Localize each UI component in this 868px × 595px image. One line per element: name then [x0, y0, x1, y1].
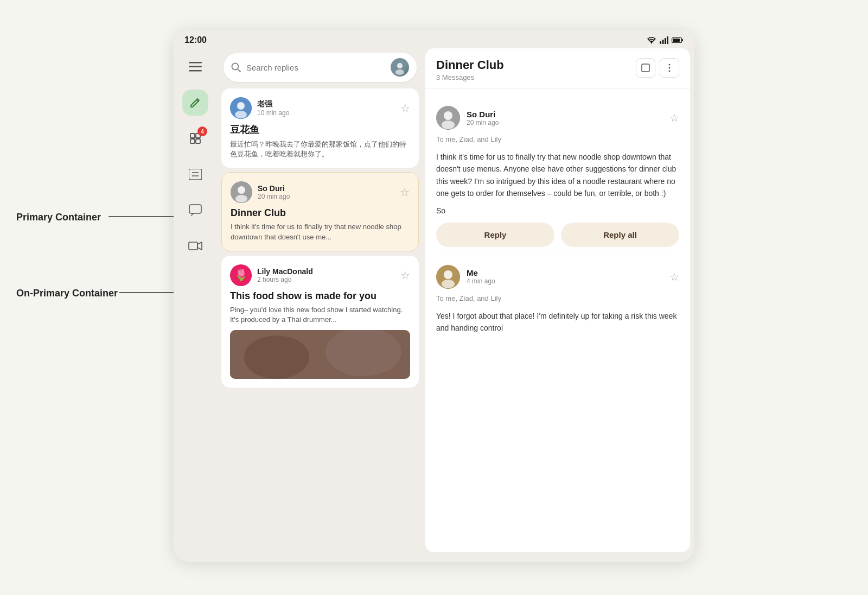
- star-button-3[interactable]: ☆: [400, 269, 410, 282]
- sidebar-icon-notifications[interactable]: 4: [182, 125, 208, 151]
- sender-row-2: So Duri 20 min ago: [231, 181, 290, 203]
- svg-rect-7: [673, 39, 680, 42]
- svg-point-37: [669, 67, 671, 69]
- search-icon: [231, 62, 241, 72]
- more-options-button[interactable]: [660, 58, 679, 78]
- search-input[interactable]: [246, 63, 385, 72]
- avatar-lily: 🌷: [230, 264, 252, 286]
- star-button-1[interactable]: ☆: [400, 102, 410, 115]
- email-preview-3: Ping– you'd love this new food show I st…: [230, 305, 410, 325]
- svg-rect-35: [642, 64, 649, 72]
- msg-star-button-1[interactable]: ☆: [669, 111, 679, 124]
- more-icon: [668, 64, 671, 72]
- sidebar-icon-compose[interactable]: [182, 90, 208, 116]
- chat-icon: [189, 204, 202, 216]
- email-card-laozhi[interactable]: 老强 10 min ago ☆ 豆花鱼 最近忙吗？昨晚我去了你最爱的那家饭馆，点…: [221, 88, 419, 168]
- card-header-1: 老强 10 min ago ☆: [230, 97, 410, 119]
- card-header-2: So Duri 20 min ago ☆: [231, 181, 410, 203]
- search-bar[interactable]: [224, 53, 417, 82]
- msg-avatar-me: [436, 265, 460, 289]
- svg-point-38: [669, 71, 671, 72]
- email-list-panel: 老强 10 min ago ☆ 豆花鱼 最近忙吗？昨晚我去了你最爱的那家饭馆，点…: [217, 48, 423, 556]
- svg-line-21: [238, 69, 240, 72]
- svg-rect-14: [196, 139, 200, 143]
- sender-info-1: 老强 10 min ago: [257, 99, 289, 117]
- svg-rect-6: [682, 39, 684, 41]
- email-preview-1: 最近忙吗？昨晚我去了你最爱的那家饭馆，点了他们的特色豆花鱼，吃着吃着就想你了。: [230, 140, 410, 159]
- sender-name-2: So Duri: [258, 184, 290, 193]
- notification-badge: 4: [197, 126, 207, 136]
- email-subject-2: Dinner Club: [231, 207, 410, 219]
- sender-row-1: 老强 10 min ago: [230, 97, 289, 119]
- reply-buttons: Reply Reply all: [436, 223, 679, 247]
- svg-rect-1: [660, 41, 661, 44]
- sidebar-icon-chat[interactable]: [182, 197, 208, 223]
- svg-point-41: [442, 121, 455, 129]
- msg-header-2: Me 4 min ago ☆: [436, 265, 679, 289]
- sidebar: 4: [174, 48, 217, 556]
- svg-rect-3: [665, 38, 666, 44]
- svg-point-29: [235, 195, 247, 202]
- card-header-3: 🌷 Lily MacDonald 2 hours ago ☆: [230, 264, 410, 286]
- reply-button[interactable]: Reply: [436, 223, 554, 247]
- svg-point-40: [444, 111, 452, 120]
- reply-all-button[interactable]: Reply all: [561, 223, 679, 247]
- svg-point-23: [395, 69, 404, 75]
- msg-sender-info-1: So Duri 20 min ago: [467, 110, 499, 126]
- msg-header-1: So Duri 20 min ago ☆: [436, 106, 679, 130]
- status-time: 12:00: [184, 35, 207, 45]
- svg-text:🌷: 🌷: [234, 268, 248, 281]
- msg-body-1: I think it's time for us to finally try …: [436, 151, 679, 200]
- user-avatar[interactable]: [391, 58, 409, 77]
- detail-title: Dinner Club: [436, 58, 504, 72]
- svg-rect-8: [189, 62, 202, 64]
- msg-star-button-2[interactable]: ☆: [669, 270, 679, 283]
- svg-rect-18: [189, 205, 201, 213]
- email-detail-panel: Dinner Club 3 Messages: [425, 48, 690, 552]
- sender-row-3: 🌷 Lily MacDonald 2 hours ago: [230, 264, 313, 286]
- sidebar-icon-video[interactable]: [182, 233, 208, 259]
- svg-rect-15: [189, 169, 202, 180]
- list-icon: [189, 169, 202, 180]
- video-icon: [188, 241, 202, 251]
- sidebar-icon-menu[interactable]: [182, 54, 208, 80]
- svg-rect-10: [189, 70, 202, 72]
- page-wrapper: Primary Container On-Primary Container 1…: [0, 0, 868, 595]
- svg-point-43: [444, 270, 452, 279]
- msg-sender-name-1: So Duri: [467, 110, 499, 119]
- svg-rect-4: [667, 36, 669, 44]
- svg-point-0: [651, 43, 652, 44]
- svg-point-44: [442, 280, 455, 288]
- sender-time-1: 10 min ago: [257, 109, 289, 117]
- message-block-me: Me 4 min ago ☆ To me, Ziad, and Lily Yes…: [436, 256, 679, 341]
- detail-messages: So Duri 20 min ago ☆ To me, Ziad, and Li…: [425, 88, 690, 552]
- svg-rect-13: [190, 139, 195, 143]
- sender-info-2: So Duri 20 min ago: [258, 184, 290, 200]
- msg-recipients-1: To me, Ziad, and Lily: [436, 135, 679, 143]
- email-card-soduri[interactable]: So Duri 20 min ago ☆ Dinner Club I think…: [221, 172, 419, 251]
- avatar-laozhi: [230, 97, 252, 119]
- sidebar-icon-list[interactable]: [182, 161, 208, 187]
- email-card-lily[interactable]: 🌷 Lily MacDonald 2 hours ago ☆ This foo: [221, 256, 419, 388]
- msg-time-2: 4 min ago: [467, 277, 495, 285]
- email-preview-2: I think it's time for us to finally try …: [231, 222, 410, 242]
- expand-button[interactable]: [636, 58, 655, 78]
- annotation-on-primary: On-Primary Container: [16, 288, 118, 299]
- compose-icon: [189, 97, 201, 109]
- msg-sender-row-2: Me 4 min ago: [436, 265, 495, 289]
- annotation-primary: Primary Container: [16, 212, 101, 223]
- svg-point-28: [238, 186, 245, 194]
- email-subject-3: This food show is made for you: [230, 290, 410, 302]
- svg-rect-2: [662, 40, 664, 44]
- msg-body-2: Yes! I forgot about that place! I'm defi…: [436, 310, 679, 334]
- msg-time-1: 20 min ago: [467, 119, 499, 126]
- status-icons: [647, 36, 684, 44]
- wifi-icon: [647, 36, 656, 44]
- star-button-2[interactable]: ☆: [400, 186, 410, 199]
- status-bar: 12:00: [174, 30, 694, 48]
- sender-name-3: Lily MacDonald: [257, 267, 313, 276]
- email-subject-1: 豆花鱼: [230, 123, 410, 136]
- msg-recipients-2: To me, Ziad, and Lily: [436, 294, 679, 302]
- detail-header: Dinner Club 3 Messages: [425, 48, 690, 88]
- svg-point-22: [397, 63, 403, 68]
